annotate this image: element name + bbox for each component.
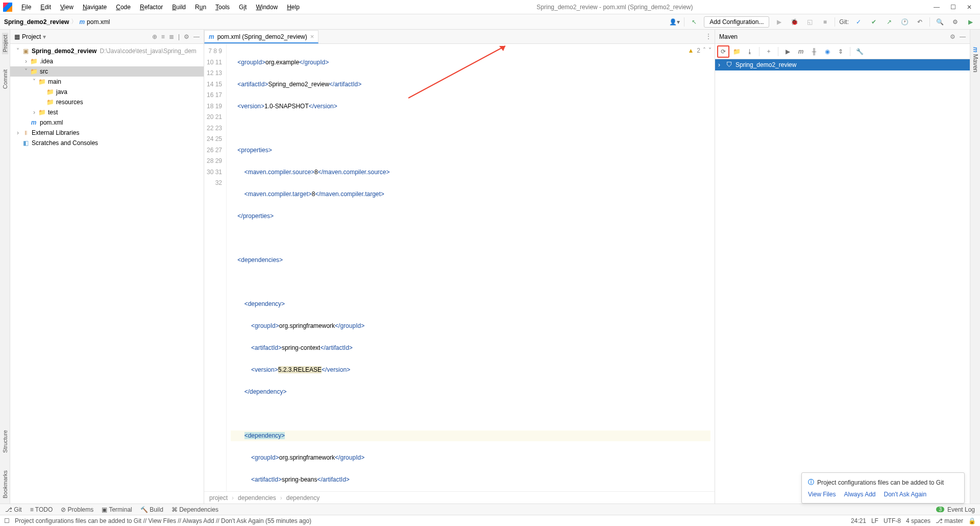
tab-pom-xml[interactable]: m pom.xml (Spring_demo2_review) ×: [204, 30, 318, 43]
expand-all-icon[interactable]: ≡: [161, 33, 165, 40]
tab-project[interactable]: Project: [2, 33, 8, 54]
git-rollback-icon[interactable]: ↶: [914, 16, 925, 28]
menu-file[interactable]: File: [17, 2, 35, 12]
status-position[interactable]: 24:21: [851, 517, 866, 524]
status-icon[interactable]: ☐: [4, 517, 10, 524]
menu-help[interactable]: Help: [283, 2, 304, 12]
locate-icon[interactable]: ⊕: [152, 33, 157, 40]
tree-java[interactable]: 📁java: [10, 87, 204, 97]
status-indent[interactable]: 4 spaces: [906, 517, 930, 524]
close-tab-icon[interactable]: ×: [310, 33, 314, 40]
project-panel: ▦ Project ▾ ⊕ ≡ ≣ | ⚙ — ˅▣Spring_demo2_r…: [10, 30, 204, 504]
tab-commit[interactable]: Commit: [2, 67, 8, 91]
collapse-icon[interactable]: ⇕: [835, 45, 847, 58]
bc-dep[interactable]: dependency: [286, 494, 320, 501]
run-config-selector[interactable]: Add Configuration...: [704, 16, 769, 28]
tool-todo[interactable]: ≡ TODO: [30, 506, 53, 513]
bc-project[interactable]: project: [209, 494, 228, 501]
tree-src[interactable]: ˅📁src: [10, 66, 204, 77]
minimize-icon[interactable]: —: [933, 4, 940, 11]
bottom-tool-stripe: ⎇ Git ≡ TODO ⊘ Problems ▣ Terminal 🔨 Bui…: [0, 504, 980, 515]
debug-icon[interactable]: 🐞: [789, 16, 800, 28]
search-icon[interactable]: 🔍: [934, 16, 945, 28]
menu-view[interactable]: View: [56, 2, 78, 12]
user-icon[interactable]: 👤▾: [669, 16, 680, 28]
git-push-icon[interactable]: ↗: [884, 16, 895, 28]
tree-main[interactable]: ˅📁main: [10, 77, 204, 87]
menu-window[interactable]: Window: [252, 2, 282, 12]
menu-build[interactable]: Build: [168, 2, 190, 12]
hide-icon[interactable]: —: [193, 33, 200, 40]
crumb-project[interactable]: Spring_demo2_review: [4, 18, 69, 26]
bc-deps[interactable]: dependencies: [238, 494, 276, 501]
maven-tree[interactable]: › ⛉ Spring_demo2_review: [715, 59, 970, 504]
wrench-icon[interactable]: 🔧: [853, 45, 866, 58]
toggle-offline-icon[interactable]: ╫: [808, 45, 820, 58]
maven-project-row[interactable]: › ⛉ Spring_demo2_review: [715, 59, 970, 70]
tool-problems[interactable]: ⊘ Problems: [61, 506, 93, 513]
coverage-icon[interactable]: ◱: [804, 16, 815, 28]
settings-icon[interactable]: ⚙: [949, 16, 961, 28]
chevron-down-icon[interactable]: ▾: [43, 33, 46, 40]
stop-icon[interactable]: ■: [819, 16, 830, 28]
tree-scratches[interactable]: ◧Scratches and Consoles: [10, 138, 204, 148]
git-commit-icon[interactable]: ✔: [868, 16, 879, 28]
collapse-all-icon[interactable]: ≣: [169, 33, 174, 40]
tree-resources[interactable]: 📁resources: [10, 97, 204, 107]
hide-icon[interactable]: —: [960, 33, 966, 40]
menu-git[interactable]: Git: [235, 2, 251, 12]
tool-git[interactable]: ⎇ Git: [5, 506, 22, 513]
project-panel-title[interactable]: Project: [22, 33, 41, 40]
run-icon[interactable]: ▶: [781, 45, 794, 58]
menu-refactor[interactable]: Refactor: [136, 2, 167, 12]
lock-icon[interactable]: 🔒: [968, 517, 976, 524]
status-encoding[interactable]: UTF-8: [884, 517, 901, 524]
menu-code[interactable]: Code: [112, 2, 135, 12]
tree-idea[interactable]: ›📁.idea: [10, 56, 204, 66]
run-anything-icon[interactable]: ▶: [965, 16, 976, 28]
crumb-file[interactable]: pom.xml: [87, 18, 110, 26]
tab-structure[interactable]: Structure: [2, 428, 8, 455]
gear-icon[interactable]: ⚙: [950, 33, 955, 40]
tool-event-log[interactable]: Event Log: [947, 506, 975, 513]
inspection-widget[interactable]: ▲2ˆ˅: [688, 47, 712, 54]
project-tree[interactable]: ˅▣Spring_demo2_reviewD:\Java\code\test_j…: [10, 44, 204, 504]
close-icon[interactable]: ✕: [966, 4, 973, 11]
status-branch[interactable]: ⎇ master: [936, 517, 963, 524]
tool-build[interactable]: 🔨 Build: [140, 506, 163, 513]
menu-navigate[interactable]: Navigate: [79, 2, 111, 12]
build-hammer-icon[interactable]: ↖: [689, 16, 700, 28]
maven-file-icon: m: [209, 33, 214, 40]
tool-dependencies[interactable]: ⌘ Dependencies: [172, 506, 218, 513]
maximize-icon[interactable]: ☐: [949, 4, 957, 11]
code-content[interactable]: <groupId>org.example</groupId> <artifact…: [227, 44, 715, 491]
link-dont-ask[interactable]: Don't Ask Again: [884, 491, 927, 498]
generate-sources-icon[interactable]: 📁: [730, 45, 743, 58]
toggle-skip-tests-icon[interactable]: ◉: [821, 45, 834, 58]
title-bar: File Edit View Navigate Code Refactor Bu…: [0, 0, 980, 14]
link-view-files[interactable]: View Files: [808, 491, 836, 498]
download-sources-icon[interactable]: ⭳: [744, 45, 756, 58]
code-editor[interactable]: ▲2ˆ˅ 7 8 9 10 11 12 13 14 15 16 17 18 19…: [204, 44, 715, 491]
tab-label: pom.xml (Spring_demo2_review): [217, 33, 307, 40]
git-history-icon[interactable]: 🕐: [899, 16, 910, 28]
tool-terminal[interactable]: ▣ Terminal: [102, 506, 132, 513]
add-icon[interactable]: ＋: [763, 45, 775, 58]
run-icon[interactable]: ▶: [773, 16, 785, 28]
tree-external-libs[interactable]: ›⫴External Libraries: [10, 128, 204, 138]
menu-edit[interactable]: Edit: [36, 2, 55, 12]
tab-more-icon[interactable]: ⋮: [705, 33, 712, 40]
status-line-sep[interactable]: LF: [871, 517, 878, 524]
menu-tools[interactable]: Tools: [211, 2, 234, 12]
tab-maven[interactable]: m Maven: [972, 45, 979, 75]
tree-test[interactable]: ›📁test: [10, 107, 204, 117]
git-update-icon[interactable]: ✓: [853, 16, 864, 28]
reload-icon[interactable]: ⟳: [717, 45, 729, 58]
maven-m-icon[interactable]: m: [795, 45, 807, 58]
tree-pom[interactable]: mpom.xml: [10, 117, 204, 128]
link-always-add[interactable]: Always Add: [844, 491, 875, 498]
tab-bookmarks[interactable]: Bookmarks: [2, 468, 8, 500]
tree-root[interactable]: ˅▣Spring_demo2_reviewD:\Java\code\test_j…: [10, 46, 204, 56]
gear-icon[interactable]: ⚙: [184, 33, 189, 40]
menu-run[interactable]: Run: [191, 2, 210, 12]
